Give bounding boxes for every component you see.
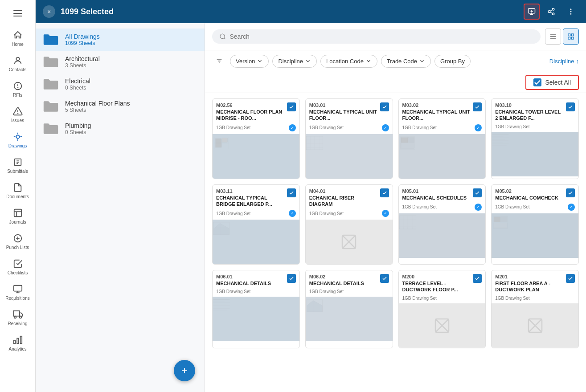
- card-checkbox[interactable]: [380, 188, 389, 197]
- folder-item-electrical[interactable]: Electrical 0 Sheets: [36, 73, 205, 95]
- list-view-button[interactable]: [545, 29, 561, 45]
- card-checkbox[interactable]: [473, 188, 482, 197]
- card-checkbox[interactable]: [566, 274, 575, 283]
- card-checkbox[interactable]: [380, 102, 389, 111]
- hamburger-button[interactable]: [9, 4, 27, 22]
- drawing-card[interactable]: M04.01 ECHANICAL RISER DIAGRAM 1GB Drawi…: [305, 184, 393, 265]
- select-all-row: Select All: [205, 72, 586, 93]
- verified-icon: ✓: [475, 124, 482, 131]
- download-button[interactable]: [524, 4, 540, 20]
- svg-line-40: [224, 38, 225, 39]
- drawing-card[interactable]: M02.56 MECHANICAL FLOOR PLAN MIDRISE - R…: [212, 98, 300, 179]
- svg-point-32: [548, 11, 550, 13]
- search-bar-row: [205, 23, 586, 50]
- folder-item-plumbing[interactable]: Plumbing 0 Sheets: [36, 118, 205, 140]
- drawing-card[interactable]: M03.02 MECHANICAL TYPICAL UNIT FLOOR... …: [398, 98, 486, 179]
- svg-point-3: [17, 87, 18, 88]
- right-panel: Version Discipline Location Code Trade C…: [205, 23, 586, 392]
- card-checkbox[interactable]: [287, 274, 296, 283]
- svg-point-6: [16, 135, 19, 138]
- svg-rect-29: [13, 340, 15, 343]
- card-checkbox[interactable]: [380, 274, 389, 283]
- filter-groupby-button[interactable]: Group By: [434, 55, 471, 68]
- sidebar-item-requisitions[interactable]: Requisitions: [0, 280, 35, 305]
- drawing-card[interactable]: M03.10 ECHANICAL TOWER LEVEL 2 ENLARGED …: [491, 98, 579, 179]
- drawing-thumbnail: [213, 220, 299, 264]
- sidebar-item-contacts[interactable]: Contacts: [0, 51, 35, 77]
- content-area: All Drawings 1099 Sheets Architectural 3…: [36, 23, 586, 392]
- sidebar-item-issues[interactable]: Issues: [0, 102, 35, 127]
- folder-item-all[interactable]: All Drawings 1099 Sheets: [36, 29, 205, 51]
- drawing-card[interactable]: M200 TERRACE LEVEL - DUCTWORK FLOOR P...…: [398, 270, 486, 348]
- search-icon: [219, 33, 226, 40]
- drawing-card[interactable]: M03.01 MECHANICAL TYPICAL UNIT FLOOR... …: [305, 98, 393, 179]
- verified-icon: ✓: [289, 210, 296, 217]
- drawing-thumbnail: [492, 132, 578, 176]
- card-checkbox[interactable]: [473, 102, 482, 111]
- card-checkbox[interactable]: [287, 102, 296, 111]
- verified-icon: ✓: [475, 204, 482, 211]
- drawing-card[interactable]: M05.01 MECHANICAL SCHEDULES 1GB Drawing …: [398, 184, 486, 265]
- sidebar-item-home[interactable]: Home: [0, 26, 35, 51]
- drawing-card[interactable]: M06.02 MECHANICAL DETAILS 1GB Drawing Se…: [305, 270, 393, 348]
- card-header: M03.02 MECHANICAL TYPICAL UNIT FLOOR...: [399, 99, 486, 123]
- sidebar-item-analytics[interactable]: Analytics: [0, 331, 35, 356]
- sidebar-item-journals[interactable]: Journals: [0, 204, 35, 229]
- more-options-button[interactable]: [563, 4, 579, 20]
- card-checkbox[interactable]: [566, 188, 575, 197]
- svg-rect-64: [408, 137, 414, 143]
- svg-point-26: [19, 316, 21, 318]
- add-button[interactable]: +: [174, 360, 195, 381]
- drawing-card[interactable]: M06.01 MECHANICAL DETAILS 1GB Drawing Se…: [212, 270, 300, 348]
- share-button[interactable]: [543, 4, 559, 20]
- sidebar-item-rfis[interactable]: RFIs: [0, 77, 35, 102]
- drawing-card[interactable]: M03.11 ECHANICAL TYPICAL BRIDGE ENLARGED…: [212, 184, 300, 265]
- sidebar-item-submittals[interactable]: Submittals: [0, 153, 35, 178]
- svg-rect-63: [401, 137, 408, 143]
- drawing-thumbnail: [213, 297, 299, 341]
- card-header: M06.02 MECHANICAL DETAILS: [306, 270, 393, 288]
- card-header: M04.01 ECHANICAL RISER DIAGRAM: [306, 185, 393, 209]
- svg-rect-21: [13, 286, 21, 291]
- drawing-card[interactable]: M201 FIRST FLOOR AREA A - DUCTWORK PLAN …: [491, 270, 579, 348]
- drawing-thumbnail: [306, 297, 393, 341]
- card-header: M200 TERRACE LEVEL - DUCTWORK FLOOR P...: [399, 270, 486, 295]
- svg-point-36: [570, 8, 572, 10]
- filter-version-button[interactable]: Version: [230, 55, 269, 68]
- drawing-card[interactable]: M05.02 MECHANICAL COMCHECK 1GB Drawing S…: [491, 184, 579, 265]
- close-button[interactable]: ×: [43, 5, 55, 18]
- card-checkbox[interactable]: [566, 102, 575, 111]
- drawing-thumbnail: [399, 134, 486, 179]
- folder-item-mechanical[interactable]: Mechanical Floor Plans 5 Sheets: [36, 95, 205, 118]
- sidebar-item-drawings[interactable]: Drawings: [0, 127, 35, 153]
- sidebar-item-checklists[interactable]: Checklists: [0, 254, 35, 280]
- main-area: × 1099 Selected All Drawings 1099 Sheets: [36, 0, 586, 392]
- filter-discipline-button[interactable]: Discipline: [272, 55, 317, 68]
- sidebar-item-punchlists[interactable]: Punch Lists: [0, 229, 35, 254]
- svg-rect-44: [568, 34, 570, 36]
- sidebar-item-receiving[interactable]: Receiving: [0, 305, 35, 331]
- svg-line-35: [550, 10, 552, 11]
- filter-trade-button[interactable]: Trade Code: [381, 55, 431, 68]
- filter-icon-button[interactable]: [212, 54, 226, 68]
- svg-rect-24: [13, 311, 19, 316]
- search-input[interactable]: [229, 33, 533, 40]
- grid-view-button[interactable]: [563, 29, 579, 45]
- drawing-thumbnail: [399, 303, 486, 348]
- sidebar-item-documents[interactable]: Documents: [0, 178, 35, 204]
- card-header: M201 FIRST FLOOR AREA A - DUCTWORK PLAN: [492, 270, 578, 295]
- page-title: 1099 Selected: [61, 7, 524, 16]
- card-header: M05.02 MECHANICAL COMCHECK: [492, 185, 578, 203]
- svg-rect-88: [501, 217, 507, 222]
- card-checkbox[interactable]: [287, 188, 296, 197]
- select-all-button[interactable]: Select All: [525, 75, 579, 90]
- svg-rect-15: [14, 209, 21, 217]
- svg-point-33: [552, 13, 554, 15]
- svg-point-0: [16, 57, 19, 61]
- search-input-wrap: [212, 29, 541, 44]
- folder-item-architectural[interactable]: Architectural 3 Sheets: [36, 51, 205, 73]
- verified-icon: ✓: [289, 124, 296, 131]
- filter-location-button[interactable]: Location Code: [320, 55, 377, 68]
- card-checkbox[interactable]: [473, 274, 482, 283]
- select-all-checkbox: [533, 78, 541, 86]
